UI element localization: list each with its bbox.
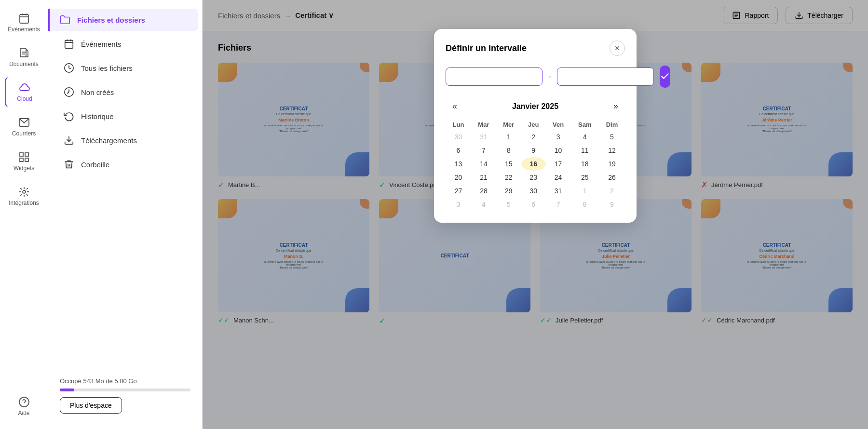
calendar-day[interactable]: 25 [571,171,599,184]
sidebar-nav-corbeille[interactable]: Corbeille [52,153,198,175]
calendar-day[interactable]: 8 [496,144,521,157]
calendar-day[interactable]: 23 [521,171,546,184]
calendar-day[interactable]: 14 [471,157,496,171]
calendar-day[interactable]: 20 [446,171,471,184]
calendar-day[interactable]: 11 [571,144,599,157]
calendar-day[interactable]: 24 [546,171,571,184]
sidebar-nav-evenements[interactable]: Événements [52,33,198,55]
calendar-day[interactable]: 31 [471,130,496,144]
document-icon [18,47,30,59]
calendar-day[interactable]: 6 [521,198,546,211]
calendar-day[interactable]: 5 [496,198,521,211]
help-icon [18,396,30,408]
sidebar-item-documents[interactable]: Documents [5,42,43,72]
calendar-prev-button[interactable]: « [448,99,462,113]
modal-header: Définir un intervalle × [446,40,625,56]
cal-header-dim: Dim [599,119,625,130]
date-range-row: - [446,66,625,88]
trash-icon [64,159,74,170]
cal-header-ven: Ven [546,119,571,130]
calendar-day[interactable]: 4 [571,130,599,144]
calendar-day[interactable]: 1 [496,130,521,144]
svg-rect-4 [20,48,26,57]
sidebar-item-integrations[interactable]: Intégrations [5,181,43,211]
date-range-modal: Définir un intervalle × - « Janvier 2025… [434,29,637,223]
cal-header-sam: Sam [571,119,599,130]
calendar-day[interactable]: 22 [496,171,521,184]
calendar-day[interactable]: 9 [521,144,546,157]
confirm-icon [660,71,670,81]
date-separator: - [548,72,551,82]
calendar-day[interactable]: 8 [571,198,599,211]
confirm-date-button[interactable] [660,66,670,88]
calendar-day[interactable]: 16 [521,157,546,171]
calendar-day[interactable]: 26 [599,171,625,184]
cal-header-jeu: Jeu [521,119,546,130]
widget-icon [18,151,30,163]
calendar-day[interactable]: 30 [446,130,471,144]
svg-rect-15 [65,40,73,49]
storage-section: Occupé 543 Mo de 5.00 Go Plus d'espace [48,370,202,421]
calendar-day[interactable]: 1 [571,184,599,198]
calendar-day[interactable]: 18 [571,157,599,171]
svg-rect-0 [20,14,28,23]
calendar-day[interactable]: 2 [599,184,625,198]
calendar-day[interactable]: 3 [546,130,571,144]
sidebar-item-aide[interactable]: Aide [5,391,43,421]
clock-half-icon [64,87,74,97]
history-icon [64,111,74,121]
sidebar-nav-tous-fichiers[interactable]: Tous les fichiers [52,57,198,79]
modal-overlay[interactable]: Définir un intervalle × - « Janvier 2025… [203,0,868,429]
sidebar-nav-telechargements[interactable]: Téléchargements [52,129,198,151]
calendar-icon [64,39,74,49]
date-end-input[interactable] [557,67,654,86]
calendar-day[interactable]: 17 [546,157,571,171]
calendar-day[interactable]: 9 [599,198,625,211]
sidebar-item-courriers[interactable]: Courriers [5,112,43,142]
calendar-day[interactable]: 30 [521,184,546,198]
clock-icon [64,63,74,73]
storage-bar-fill [60,389,74,391]
calendar-day[interactable]: 19 [599,157,625,171]
mail-icon [18,117,30,128]
calendar-day[interactable]: 7 [546,198,571,211]
calendar-day[interactable]: 3 [446,198,471,211]
calendar-day[interactable]: 21 [471,171,496,184]
sidebar-item-cloud[interactable]: Cloud [5,77,43,107]
calendar-day[interactable]: 7 [471,144,496,157]
sidebar-item-widgets[interactable]: Widgets [5,147,43,176]
cloud-icon [19,82,30,94]
sidebar-item-evenements[interactable]: Événements [5,8,43,38]
modal-close-button[interactable]: × [610,40,625,56]
download-icon [64,135,74,146]
calendar-day[interactable]: 5 [599,130,625,144]
calendar-day[interactable]: 28 [471,184,496,198]
calendar-day[interactable]: 12 [599,144,625,157]
sidebar-nav-fichiers[interactable]: Fichiers et dossiers [48,9,198,31]
svg-point-12 [23,190,26,193]
sidebar-nav-non-crees[interactable]: Non créés [52,81,198,103]
calendar-day[interactable]: 27 [446,184,471,198]
date-start-input[interactable] [446,67,542,86]
modal-title: Définir un intervalle [446,43,527,54]
sidebar-nav-historique[interactable]: Historique [52,105,198,127]
more-space-button[interactable]: Plus d'espace [60,397,122,414]
calendar-day[interactable]: 15 [496,157,521,171]
calendar-month-year: Janvier 2025 [512,102,558,111]
calendar-grid: Lun Mar Mer Jeu Ven Sam Dim 303112345678… [446,119,625,211]
svg-rect-8 [20,153,23,156]
calendar-day[interactable]: 13 [446,157,471,171]
calendar-next-button[interactable]: » [609,99,623,113]
calendar-day[interactable]: 31 [546,184,571,198]
calendar-icon [18,13,30,24]
cal-header-mar: Mar [471,119,496,130]
calendar-day[interactable]: 2 [521,130,546,144]
calendar-day[interactable]: 29 [496,184,521,198]
calendar-day[interactable]: 10 [546,144,571,157]
calendar-day[interactable]: 4 [471,198,496,211]
folder-icon [60,14,70,25]
calendar-day[interactable]: 6 [446,144,471,157]
svg-rect-10 [20,158,23,161]
svg-point-13 [19,397,29,407]
calendar: « Janvier 2025 » Lun Mar Mer Jeu Ven Sam [446,95,625,211]
